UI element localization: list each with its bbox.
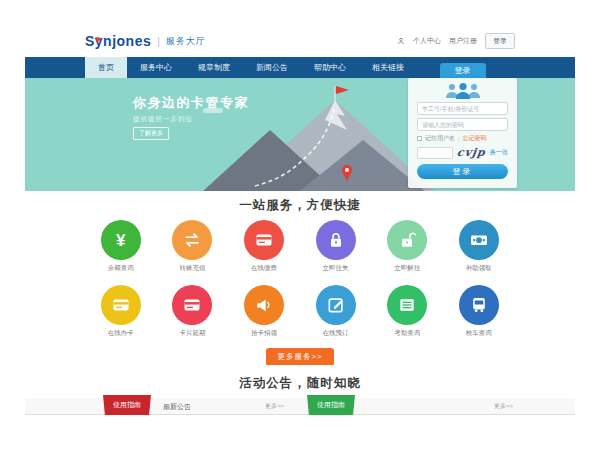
service-label: 转账充值 bbox=[157, 264, 229, 273]
remember-label: 记住用户名 bbox=[425, 134, 455, 143]
personal-center-link[interactable]: 个人中心 bbox=[413, 36, 441, 46]
logo-divider: | bbox=[157, 36, 160, 47]
service-label: 卡片延期 bbox=[157, 329, 229, 338]
service-label: 拾卡招领 bbox=[228, 329, 300, 338]
forgot-password-link[interactable]: 忘记密码 bbox=[463, 134, 487, 143]
hero-subtitle: 提供捷径一步到位 bbox=[133, 115, 193, 124]
captcha-input[interactable] bbox=[417, 147, 453, 159]
service-item[interactable]: 立即挂失 bbox=[300, 220, 372, 273]
list-icon bbox=[387, 285, 427, 325]
banknote-icon bbox=[459, 220, 499, 260]
service-item[interactable]: 在线缴费 bbox=[228, 220, 300, 273]
card-icon bbox=[244, 220, 284, 260]
person-icon bbox=[397, 37, 405, 45]
tab-usage-guide-right[interactable]: 使用指南 bbox=[307, 395, 355, 415]
service-item[interactable]: 补助领取 bbox=[443, 220, 515, 273]
left-more-link[interactable]: 更多>> bbox=[265, 398, 284, 415]
right-more-link[interactable]: 更多>> bbox=[494, 398, 513, 415]
service-label: 立即解挂 bbox=[371, 264, 443, 273]
announcements-section: 活动公告，随时知晓 使用指南 最新公告 更多>> 使用指南 更多>> bbox=[25, 365, 575, 418]
announcements-tabs: 使用指南 最新公告 更多>> 使用指南 更多>> bbox=[25, 398, 575, 415]
service-label: 在线办卡 bbox=[85, 329, 157, 338]
service-item[interactable]: 拾卡招领 bbox=[228, 285, 300, 338]
service-label: 补助领取 bbox=[443, 264, 515, 273]
login-panel: 登录 记住用户名 bbox=[408, 63, 517, 188]
service-label: 余额查询 bbox=[85, 264, 157, 273]
login-tab[interactable]: 登录 bbox=[440, 63, 486, 78]
services-row-1: ¥ 余额查询 转账充值 在线缴费 立即挂 bbox=[85, 220, 515, 273]
bus-icon bbox=[459, 285, 499, 325]
service-item[interactable]: 卡片延期 bbox=[157, 285, 229, 338]
service-label: 考勤查询 bbox=[371, 329, 443, 338]
services-section: 一站服务，方便快捷 ¥ 余额查询 转账充值 在线缴 bbox=[25, 191, 575, 365]
nav-item[interactable]: 首页 bbox=[85, 57, 127, 78]
nav-item[interactable]: 规章制度 bbox=[185, 57, 243, 78]
unlock-icon bbox=[387, 220, 427, 260]
hero-banner: 你身边的卡管专家 提供捷径一步到位 了解更多 登录 bbox=[25, 78, 575, 191]
header-links: 个人中心 用户注册 登录 bbox=[397, 33, 515, 49]
transfer-icon bbox=[172, 220, 212, 260]
more-services-button[interactable]: 更多服务>> bbox=[266, 348, 335, 366]
hero-title: 你身边的卡管专家 bbox=[133, 94, 249, 112]
hero-cta-button[interactable]: 了解更多 bbox=[133, 127, 169, 140]
service-label: 立即挂失 bbox=[300, 264, 372, 273]
service-item[interactable]: 考勤查询 bbox=[371, 285, 443, 338]
service-item[interactable]: 在线预订 bbox=[300, 285, 372, 338]
service-item[interactable]: ¥ 余额查询 bbox=[85, 220, 157, 273]
lock-icon bbox=[316, 220, 356, 260]
login-form: 记住用户名 | 忘记密码 cvjp 换一张 登录 bbox=[408, 78, 517, 188]
users-icon bbox=[442, 82, 484, 99]
page: Synjones | 服务大厅 个人中心 用户注册 登录 首页 服务中 bbox=[0, 0, 600, 450]
register-link[interactable]: 用户注册 bbox=[449, 36, 477, 46]
login-submit-button[interactable]: 登录 bbox=[417, 164, 508, 179]
yen-icon: ¥ bbox=[101, 220, 141, 260]
login-link-divider: | bbox=[458, 136, 460, 142]
password-input[interactable] bbox=[417, 118, 508, 131]
service-item[interactable]: 校车查询 bbox=[443, 285, 515, 338]
captcha-row: cvjp 换一张 bbox=[417, 146, 508, 159]
nav-item[interactable]: 服务中心 bbox=[127, 57, 185, 78]
nav-item[interactable]: 新闻公告 bbox=[243, 57, 301, 78]
remember-row: 记住用户名 | 忘记密码 bbox=[417, 134, 508, 143]
card-icon bbox=[172, 285, 212, 325]
captcha-image[interactable]: cvjp bbox=[456, 146, 487, 159]
services-row-2: 在线办卡 卡片延期 拾卡招领 在线预订 bbox=[85, 285, 515, 338]
services-title: 一站服务，方便快捷 bbox=[25, 191, 575, 214]
logo[interactable]: Synjones | 服务大厅 bbox=[85, 33, 206, 49]
megaphone-icon bbox=[244, 285, 284, 325]
username-input[interactable] bbox=[417, 102, 508, 115]
portal-name: 服务大厅 bbox=[166, 35, 206, 48]
announcements-title: 活动公告，随时知晓 bbox=[25, 365, 575, 392]
service-label: 在线预订 bbox=[300, 329, 372, 338]
service-item[interactable]: 立即解挂 bbox=[371, 220, 443, 273]
service-item[interactable]: 转账充值 bbox=[157, 220, 229, 273]
remember-checkbox[interactable] bbox=[417, 136, 422, 141]
site-header: Synjones | 服务大厅 个人中心 用户注册 登录 bbox=[25, 25, 575, 57]
tab-usage-guide-left[interactable]: 使用指南 bbox=[103, 395, 151, 415]
service-label: 在线缴费 bbox=[228, 264, 300, 273]
nav-item[interactable]: 帮助中心 bbox=[301, 57, 359, 78]
card-icon bbox=[101, 285, 141, 325]
edit-icon bbox=[316, 285, 356, 325]
header-login-button[interactable]: 登录 bbox=[485, 33, 515, 49]
service-label: 校车查询 bbox=[443, 329, 515, 338]
captcha-refresh-link[interactable]: 换一张 bbox=[490, 148, 508, 157]
tab-latest-notices[interactable]: 最新公告 bbox=[163, 398, 191, 415]
service-item[interactable]: 在线办卡 bbox=[85, 285, 157, 338]
logo-text: Synjones bbox=[85, 33, 151, 49]
